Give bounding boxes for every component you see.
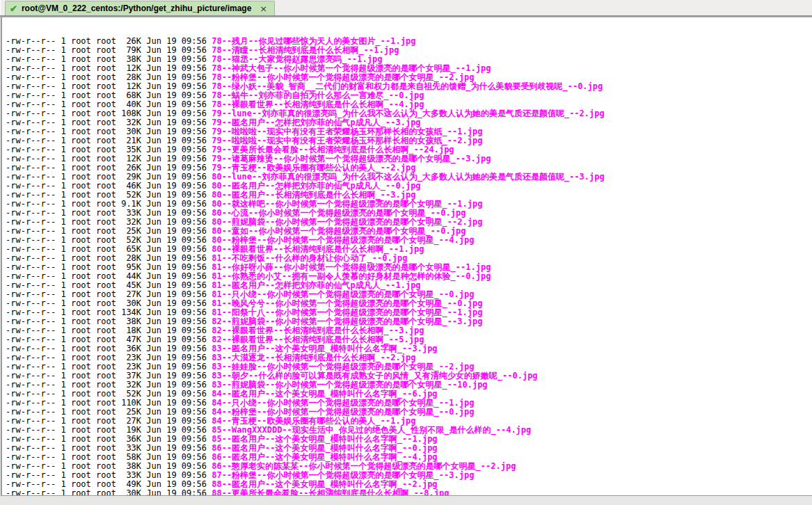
file-listing: -rw-r--r-- 1 root root 26K Jun 19 09:56 … — [6, 37, 812, 496]
file-name: 86--匿名用户--这个美女明星_模特叫什么名字啊_--4.jpg — [212, 452, 437, 462]
file-name: 83--朝夕--什么样的脸可以算是既有成熟女子的风情_又有清纯少女的娇嫩呢_--… — [212, 371, 537, 380]
file-meta: -rw-r--r-- 1 root root 36K Jun 19 09:56 — [6, 344, 212, 353]
file-name: 84--青玉梗--欧美娱乐圈有哪些公认的美人_--1.jpg — [212, 416, 415, 426]
file-meta: -rw-r--r-- 1 root root 47K Jun 19 09:56 — [6, 335, 212, 344]
file-name: 80--就这样吧--你小时候第一个觉得超级漂亮的是哪个女明星_--1.jpg — [212, 199, 482, 209]
file-meta: -rw-r--r-- 1 root root 30K Jun 19 09:56 — [6, 127, 212, 136]
file-name: 83--匿名用户--这个美女明星_模特叫什么名字啊_--3.jpg — [212, 344, 437, 353]
file-meta: -rw-r--r-- 1 root root 12K Jun 19 09:56 — [6, 81, 212, 91]
file-meta: -rw-r--r-- 1 root root 33K Jun 19 09:56 — [6, 208, 212, 218]
tab-title: root@VM_0_222_centos:/Python/get_zhihu_p… — [22, 3, 251, 13]
file-name: 81--晚风兮兮--你小时候第一个觉得超级漂亮的是哪个女明星_--0.jpg — [212, 298, 482, 308]
file-meta: -rw-r--r-- 1 root root 12K Jun 19 09:56 — [6, 154, 212, 163]
file-name: 79--青玉梗--欧美娱乐圈有哪些公认的美人_--2.jpg — [212, 163, 415, 173]
file-name: 88--更美所长最会看脸--长相清纯到底是什么长相啊_--8.jpg — [212, 488, 449, 496]
file-meta: -rw-r--r-- 1 root root 108K Jun 19 09:56 — [6, 109, 212, 118]
file-listing-row: -rw-r--r-- 1 root root 30K Jun 19 09:56 … — [6, 489, 812, 496]
file-meta: -rw-r--r-- 1 root root 23K Jun 19 09:56 — [6, 353, 212, 362]
file-meta: -rw-r--r-- 1 root root 65K Jun 19 09:56 — [6, 244, 212, 254]
file-meta: -rw-r--r-- 1 root root 19K Jun 19 09:56 — [6, 425, 212, 435]
file-meta: -rw-r--r-- 1 root root 52K Jun 19 09:56 — [6, 389, 212, 399]
file-meta: -rw-r--r-- 1 root root 110K Jun 19 09:56 — [6, 398, 212, 408]
file-name: 86--匿名用户--这个美女明星_模特叫什么名字啊_--0.jpg — [212, 443, 437, 453]
file-meta: -rw-r--r-- 1 root root 27K Jun 19 09:56 — [6, 416, 212, 426]
file-name: 79--lune--刘亦菲真的很漂亮吗_为什么我不这么认为_大多数人认为她的美是… — [212, 109, 605, 118]
file-meta: -rw-r--r-- 1 root root 79K Jun 19 09:56 — [6, 45, 212, 55]
file-name: 79--匿名用户--怎样把刘亦菲的仙气p成凡人_--3.jpg — [212, 118, 420, 127]
connected-check-icon: ✔ — [10, 4, 17, 13]
tab-close-icon[interactable]: × — [260, 4, 267, 13]
file-meta: -rw-r--r-- 1 root root 38K Jun 19 09:56 — [6, 54, 212, 64]
file-name: 81--只小绕--你小时候第一个觉得超级漂亮的是哪个女明星_--0.jpg — [212, 289, 474, 299]
file-meta: -rw-r--r-- 1 root root 35K Jun 19 09:56 — [6, 145, 212, 154]
file-meta: -rw-r--r-- 1 root root 45K Jun 19 09:56 — [6, 280, 212, 290]
file-name: 85--匿名用户--这个美女明星_模特叫什么名字啊_--1.jpg — [212, 434, 437, 444]
file-name: 79--诸葛麻辣烫--你小时候第一个觉得超级漂亮的是哪个女明星_--3.jpg — [212, 154, 491, 163]
file-meta: -rw-r--r-- 1 root root 38K Jun 19 09:56 — [6, 316, 212, 326]
file-name: 81--你熟悉的小艾--拥有一副令人羡慕的好身材是种怎样的体验_--0.jpg — [212, 271, 491, 281]
file-name: 82--裸眼看世界--长相清纯到底是什么长相啊_--5.jpg — [212, 335, 424, 344]
file-name: 78--猫丞--大家觉得赵露思漂亮吗_--1.jpg — [212, 54, 382, 64]
file-name: 85--WangXXXDDD--现实生活中_你见过的绝色美人_性别不限_是什么样… — [212, 425, 531, 435]
terminal-window[interactable]: -rw-r--r-- 1 root root 26K Jun 19 09:56 … — [1, 17, 812, 496]
file-meta: -rw-r--r-- 1 root root 95K Jun 19 09:56 — [6, 262, 212, 272]
file-name: 78--裸眼看世界--长相清纯到底是什么长相啊_--4.jpg — [212, 99, 424, 109]
file-name: 78--蜗牛--刘亦菲的自拍为什么那么一言难尽_--0.jpg — [212, 90, 424, 100]
file-meta: -rw-r--r-- 1 root root 58K Jun 19 09:56 — [6, 452, 212, 462]
file-meta: -rw-r--r-- 1 root root 52K Jun 19 09:56 — [6, 235, 212, 245]
file-name: 83--大漠逐龙--长相清纯到底是什么长相啊_--2.jpg — [212, 353, 415, 362]
file-meta: -rw-r--r-- 1 root root 28K Jun 19 09:56 — [6, 72, 212, 82]
file-name: 80--匿名用户--长相清纯到底是什么长相啊_--3.jpg — [212, 190, 415, 200]
file-name: 83--煎妮脑袋--你小时候第一个觉得超级漂亮的是哪个女明星_--10.jpg — [212, 380, 487, 390]
file-meta: -rw-r--r-- 1 root root 40K Jun 19 09:56 — [6, 99, 212, 109]
file-meta: -rw-r--r-- 1 root root 33K Jun 19 09:56 — [6, 470, 212, 480]
file-name: 84--只小绕--你小时候第一个觉得超级漂亮的是哪个女明星_--1.jpg — [212, 398, 474, 408]
file-meta: -rw-r--r-- 1 root root 38K Jun 19 09:56 — [6, 461, 212, 471]
file-meta: -rw-r--r-- 1 root root 36K Jun 19 09:56 — [6, 434, 212, 444]
file-meta: -rw-r--r-- 1 root root 27K Jun 19 09:56 — [6, 289, 212, 299]
file-name: 87--粉梓堡--你小时候第一个觉得超级漂亮的是哪个女明星_--3.jpg — [212, 470, 474, 480]
file-name: 84--匿名用户--这个美女明星_模特叫什么名字啊_--6.jpg — [212, 389, 437, 399]
file-meta: -rw-r--r-- 1 root root 23K Jun 19 09:56 — [6, 362, 212, 371]
file-name: 81--你好呀小薛--你小时候第一个觉得超级漂亮的是哪个女明星_--1.jpg — [212, 262, 491, 272]
file-name: 82--裸眼看世界--长相清纯到底是什么长相啊_--3.jpg — [212, 326, 424, 335]
file-name: 79--更美所长最会看脸--长相清纯到底是什么长相啊_--24.jpg — [212, 145, 454, 154]
file-name: 78--神武大包子--你小时候第一个觉得超级漂亮的是哪个女明星_--1.jpg — [212, 63, 491, 73]
file-name: 81--阳祭十八--你小时候第一个觉得超级漂亮的是哪个女明星_--1.jpg — [212, 307, 482, 317]
file-meta: -rw-r--r-- 1 root root 26K Jun 19 09:56 — [6, 163, 212, 173]
file-meta: -rw-r--r-- 1 root root 32K Jun 19 09:56 — [6, 217, 212, 227]
file-name: 80--匿名用户--怎样把刘亦菲的仙气p成凡人_--0.jpg — [212, 181, 420, 191]
file-meta: -rw-r--r-- 1 root root 32K Jun 19 09:56 — [6, 380, 212, 390]
file-name: 83--娃娃脸--你小时候第一个觉得超级漂亮的是哪个女明星_--2.jpg — [212, 362, 474, 371]
file-name: 78--绿小妖--美貌_智商__二代们的财富和权力都是来自祖先的馈赠_为什么美貌… — [212, 81, 603, 91]
file-meta: -rw-r--r-- 1 root root 25K Jun 19 09:56 — [6, 226, 212, 236]
file-meta: -rw-r--r-- 1 root root 30K Jun 19 09:56 — [6, 488, 212, 496]
file-meta: -rw-r--r-- 1 root root 12K Jun 19 09:56 — [6, 63, 212, 73]
file-name: 80--煎妮脑袋--你小时候第一个觉得超级漂亮的是哪个女明星_--2.jpg — [212, 217, 482, 227]
file-name: 79--啦啦啦--现实中有没有王者荣耀杨玉环那样长相的女孩纸_--2.jpg — [212, 136, 482, 145]
file-meta: -rw-r--r-- 1 root root 52K Jun 19 09:56 — [6, 190, 212, 200]
terminal-session-tab[interactable]: ✔ root@VM_0_222_centos:/Python/get_zhihu… — [5, 1, 275, 15]
file-meta: -rw-r--r-- 1 root root 134K Jun 19 09:56 — [6, 307, 212, 317]
terminal-output: -rw-r--r-- 1 root root 26K Jun 19 09:56 … — [2, 17, 812, 496]
file-name: 80--lune--刘亦菲真的很漂亮吗_为什么我不这么认为_大多数人认为她的美是… — [212, 172, 605, 182]
file-meta: -rw-r--r-- 1 root root 37K Jun 19 09:56 — [6, 371, 212, 380]
file-meta: -rw-r--r-- 1 root root 9.1K Jun 19 09:56 — [6, 199, 212, 209]
file-name: 80--童如--你小时候第一个觉得超级漂亮的是哪个女明星_--0.jpg — [212, 226, 465, 236]
file-name: 88--匿名用户--这个美女明星_模特叫什么名字啊_--2.jpg — [212, 479, 437, 489]
file-name: 80--裸眼看世界--长相清纯到底是什么长相啊_--1.jpg — [212, 244, 424, 254]
file-name: 78--清瞳--长相清纯到底是什么长相啊_--1.jpg — [212, 45, 399, 55]
file-name: 78--残月--你见过哪些惊为天人的美女图片_--1.jpg — [212, 36, 415, 46]
file-meta: -rw-r--r-- 1 root root 32K Jun 19 09:56 — [6, 118, 212, 127]
file-meta: -rw-r--r-- 1 root root 28K Jun 19 09:56 — [6, 253, 212, 263]
file-meta: -rw-r--r-- 1 root root 68K Jun 19 09:56 — [6, 90, 212, 100]
file-name: 81--匿名用户--怎样把刘亦菲的仙气p成凡人_--1.jpg — [212, 280, 420, 290]
file-name: 80--粉梓堡--你小时候第一个觉得超级漂亮的是哪个女明星_--4.jpg — [212, 235, 474, 245]
file-meta: -rw-r--r-- 1 root root 21K Jun 19 09:56 — [6, 136, 212, 145]
file-name: 84--粉梓堡--你小时候第一个觉得超级漂亮的是哪个女明星_--0.jpg — [212, 407, 474, 417]
file-meta: -rw-r--r-- 1 root root 30K Jun 19 09:56 — [6, 298, 212, 308]
file-meta: -rw-r--r-- 1 root root 49K Jun 19 09:56 — [6, 479, 212, 489]
file-meta: -rw-r--r-- 1 root root 25K Jun 19 09:56 — [6, 407, 212, 417]
file-meta: -rw-r--r-- 1 root root 33K Jun 19 09:56 — [6, 443, 212, 453]
file-name: 81--不吃剩饭--什么样的身材让你心动了_--0.jpg — [212, 253, 407, 263]
